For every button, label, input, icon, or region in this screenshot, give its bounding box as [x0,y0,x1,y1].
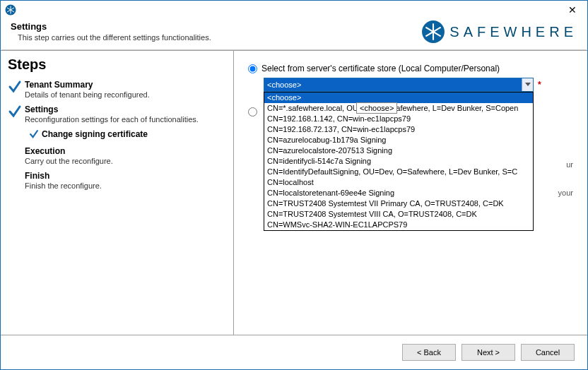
radio-server-store[interactable] [248,64,257,73]
step-desc: Carry out the reconfigure. [25,157,226,165]
dropdown-option[interactable]: CN=TRUST2408 Systemtest VIII CA, O=TRUST… [264,209,533,220]
radio-server-store-label: Select from server's certificate store (… [261,64,500,73]
step-desc: Finish the reconfigure. [25,181,226,190]
overlapped-text-fragment: your [558,189,573,197]
overlapped-text-fragment: ur [566,160,573,169]
dropdown-option[interactable]: CN=identifycli-514c7a Signing [264,156,533,167]
step-settings: Settings Reconfiguration settings for ea… [8,105,226,124]
chevron-down-icon[interactable] [522,78,533,91]
brand-name: SAFEWHERE [449,24,577,40]
radio-option-2[interactable] [248,107,257,117]
close-button[interactable]: ✕ [562,3,583,17]
step-desc: Details of tenant being reconfigured. [25,90,226,99]
dropdown-option[interactable]: CN=192.168.72.137, CN=win-ec1lapcps79 [264,124,533,135]
check-icon [8,80,22,96]
substep-title: Change signing certificate [42,129,148,139]
dropdown-option[interactable]: <choose> [264,92,533,103]
combo-tooltip: <choose> [356,102,397,114]
dropdown-option[interactable]: CN=IdentifyDefaultSigning, OU=Dev, O=Saf… [264,167,533,177]
check-icon [29,129,39,139]
app-icon [5,4,16,16]
step-desc: Reconfiguration settings for each of fun… [25,115,226,124]
step-finish: Finish Finish the reconfigure. [8,171,226,190]
step-tenant-summary: Tenant Summary Details of tenant being r… [8,80,226,99]
page-subtitle: This step carries out the different sett… [18,33,211,42]
dropdown-option[interactable]: CN=192.168.1.142, CN=win-ec1lapcps79 [264,114,533,124]
check-icon [8,105,22,121]
certificate-combo[interactable]: <choose> [264,78,534,92]
dropdown-option[interactable]: CN=localhost [264,177,533,188]
dropdown-option[interactable]: CN=TRUST2408 Systemtest VII Primary CA, … [264,198,533,209]
certificate-dropdown-list[interactable]: <choose> CN=*.safewhere.local, OU=Dev, O… [264,92,534,231]
dropdown-option[interactable]: CN=WMSvc-SHA2-WIN-EC1LAPCPS79 [264,220,533,230]
dropdown-option[interactable]: CN=azurelocalstore-207513 Signing [264,145,533,156]
page-title: Settings [11,21,211,32]
cancel-button[interactable]: Cancel [521,344,575,361]
steps-heading: Steps [8,56,226,73]
step-title: Execution [25,146,226,156]
certificate-combo-value: <choose> [267,80,301,89]
required-indicator: * [538,80,541,90]
brand-logo: SAFEWHERE [421,20,577,44]
dropdown-option[interactable]: CN=azurelocabug-1b179a Signing [264,135,533,145]
step-title: Settings [25,105,226,114]
step-title: Tenant Summary [25,80,226,90]
dropdown-option[interactable]: CN=*.safewhere.local, OU=Dev, O=Safewher… [264,103,533,114]
dropdown-option[interactable]: CN=localstoretenant-69ee4e Signing [264,188,533,198]
back-button[interactable]: < Back [402,344,456,361]
next-button[interactable]: Next > [461,344,515,361]
step-execution: Execution Carry out the reconfigure. [8,146,226,165]
radio-server-store-row[interactable]: Select from server's certificate store (… [248,64,573,73]
step-title: Finish [25,171,226,181]
substep-change-signing-cert: Change signing certificate [29,129,226,139]
